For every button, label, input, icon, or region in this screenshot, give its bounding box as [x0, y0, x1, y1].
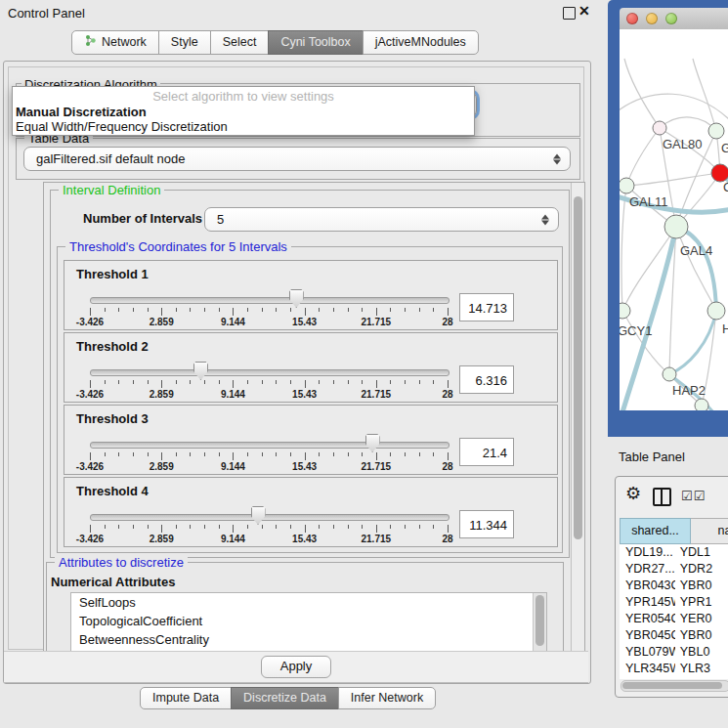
- threshold-slider-handle[interactable]: [251, 506, 266, 525]
- numerical-attributes-label: Numerical Attributes: [51, 575, 175, 589]
- top-tab-bar: NetworkStyleSelectCyni ToolboxjActiveMNo…: [71, 30, 479, 55]
- threshold-label: Threshold 4: [76, 484, 149, 498]
- network-node-hap2[interactable]: [663, 367, 676, 381]
- table-row[interactable]: YDL19...YDL1: [620, 544, 728, 561]
- gear-icon[interactable]: ⚙: [625, 483, 641, 504]
- network-node-label: GAL4: [680, 243, 712, 258]
- combo-stepper-icon: [541, 214, 549, 225]
- table-row[interactable]: YBR045CYBR0: [620, 627, 728, 644]
- float-window-icon[interactable]: [563, 7, 576, 20]
- table-row[interactable]: YBR043CYBR0: [620, 578, 728, 594]
- network-window-titlebar[interactable]: [620, 8, 728, 30]
- network-edge[interactable]: [620, 94, 728, 122]
- cell-name: YDR2: [675, 561, 728, 578]
- table-row[interactable]: YIL052CYIL0: [620, 677, 728, 679]
- threshold-slider-handle[interactable]: [193, 362, 208, 380]
- network-edge[interactable]: [693, 59, 716, 131]
- close-traffic-light-icon[interactable]: [626, 13, 638, 24]
- threshold-value-field[interactable]: 11.344: [459, 510, 514, 538]
- network-node-gal11[interactable]: [620, 178, 634, 193]
- threshold-slider-track[interactable]: [90, 369, 450, 376]
- threshold-slider-track[interactable]: [90, 442, 450, 449]
- attributes-list-scrollbar[interactable]: [533, 593, 546, 652]
- network-edge[interactable]: [626, 128, 660, 186]
- tab-label: Impute Data: [152, 691, 219, 705]
- slider-ticks: [90, 525, 448, 534]
- tab-jactivemnodules[interactable]: jActiveMNodules: [363, 30, 479, 55]
- tab-select[interactable]: Select: [210, 30, 270, 55]
- attribute-item-topologicalcoefficient[interactable]: TopologicalCoefficient: [71, 612, 546, 630]
- table-data-combobox[interactable]: galFiltered.sif default node: [23, 147, 571, 171]
- table-row[interactable]: YER054CYER0: [620, 611, 728, 627]
- cell-name: YBR0: [675, 578, 728, 594]
- network-edge[interactable]: [624, 59, 660, 128]
- tab-impute-data[interactable]: Impute Data: [140, 687, 232, 709]
- select-columns-checkbox-icons[interactable]: ☑☑: [681, 489, 706, 503]
- threshold-panel-2: Threshold 2-3.4262.8599.14415.4321.71528…: [64, 332, 558, 403]
- slider-tick-labels: -3.4262.8599.14415.4321.71528: [90, 389, 448, 400]
- tab-infer-network[interactable]: Infer Network: [338, 687, 436, 709]
- settings-vertical-scrollbar[interactable]: [571, 183, 584, 651]
- number-of-intervals-label: Number of Intervals: [83, 211, 202, 226]
- network-node-g[interactable]: [708, 123, 724, 139]
- algorithm-hint: Select algorithm to view settings: [13, 87, 474, 105]
- apply-button[interactable]: Apply: [261, 656, 331, 678]
- threshold-slider-track[interactable]: [90, 297, 450, 304]
- network-edge[interactable]: [660, 117, 716, 131]
- threshold-label: Threshold 3: [76, 411, 149, 426]
- algorithm-option-equal-width-frequency-discretization[interactable]: Equal Width/Frequency Discretization: [13, 119, 474, 134]
- network-edge[interactable]: [626, 173, 720, 186]
- table-row[interactable]: YBL079WYBL0: [620, 644, 728, 661]
- table-row[interactable]: YDR27...YDR2: [620, 561, 728, 578]
- numerical-attributes-list[interactable]: SelfLoopsTopologicalCoefficientBetweenne…: [70, 592, 547, 652]
- network-edge-thick[interactable]: [621, 227, 676, 410]
- column-header-shared[interactable]: shared...: [620, 518, 691, 544]
- cell-name: YBR0: [675, 627, 728, 644]
- zoom-traffic-light-icon[interactable]: [665, 13, 677, 24]
- threshold-value-field[interactable]: 21.4: [459, 438, 514, 466]
- bottom-tab-bar: Impute DataDiscretize DataInfer Network: [140, 687, 436, 709]
- combo-stepper-icon: [553, 153, 561, 164]
- threshold-value-field[interactable]: 6.316: [459, 365, 514, 394]
- attribute-item-betweennesscentrality[interactable]: BetweennessCentrality: [71, 630, 546, 649]
- split-columns-icon[interactable]: [653, 488, 671, 506]
- network-node-label: H: [722, 321, 728, 336]
- table-row[interactable]: YLR345WYLR3: [620, 661, 728, 677]
- threshold-label: Threshold 1: [76, 267, 149, 281]
- threshold-value-field[interactable]: 14.713: [459, 293, 514, 321]
- number-of-intervals-value: 5: [217, 212, 224, 227]
- tab-discretize-data[interactable]: Discretize Data: [231, 687, 339, 709]
- attribute-item-selfloops[interactable]: SelfLoops: [71, 593, 546, 612]
- threshold-slider-track[interactable]: [90, 514, 450, 521]
- network-node-label: GAL11: [629, 194, 668, 209]
- network-node-gal80[interactable]: [653, 121, 666, 135]
- threshold-slider-handle[interactable]: [289, 289, 304, 308]
- network-edge[interactable]: [621, 186, 626, 311]
- tab-cyni-toolbox[interactable]: Cyni Toolbox: [268, 30, 363, 55]
- attributes-to-discretize-label: Attributes to discretize: [55, 555, 188, 570]
- network-node-partial[interactable]: [695, 399, 708, 410]
- table-row[interactable]: YPR145WYPR1: [620, 594, 728, 611]
- tab-network[interactable]: Network: [71, 30, 159, 55]
- network-node-h[interactable]: [707, 302, 725, 320]
- threshold-slider-handle[interactable]: [365, 434, 380, 452]
- network-node-label: GCY1: [620, 323, 652, 338]
- cell-name: YIL0: [675, 677, 728, 679]
- interval-definition-group: Interval Definition Number of Intervals …: [50, 190, 570, 558]
- attributes-to-discretize-group: Attributes to discretize Numerical Attri…: [46, 562, 564, 652]
- close-icon[interactable]: ✕: [578, 3, 590, 19]
- number-of-intervals-combobox[interactable]: 5: [204, 207, 559, 232]
- network-canvas[interactable]: GAL80GCGAL11GAL4GCY1HHAP2: [620, 29, 728, 410]
- slider-tick-labels: -3.4262.8599.14415.4321.71528: [90, 461, 448, 472]
- algorithm-option-manual-discretization[interactable]: Manual Discretization: [13, 105, 474, 119]
- cell-shared-name: YDR27...: [620, 561, 675, 578]
- cell-shared-name: YER054C: [620, 611, 675, 627]
- network-node-gcy1[interactable]: [620, 303, 630, 319]
- column-header-na[interactable]: na: [691, 518, 728, 544]
- minimize-traffic-light-icon[interactable]: [646, 13, 658, 24]
- threshold-panel-1: Threshold 1-3.4262.8599.14415.4321.71528…: [64, 260, 558, 330]
- tab-style[interactable]: Style: [158, 30, 211, 55]
- table-horizontal-scrollbar[interactable]: [621, 680, 728, 692]
- cell-shared-name: YDL19...: [620, 544, 675, 561]
- network-node-gal4[interactable]: [664, 215, 688, 238]
